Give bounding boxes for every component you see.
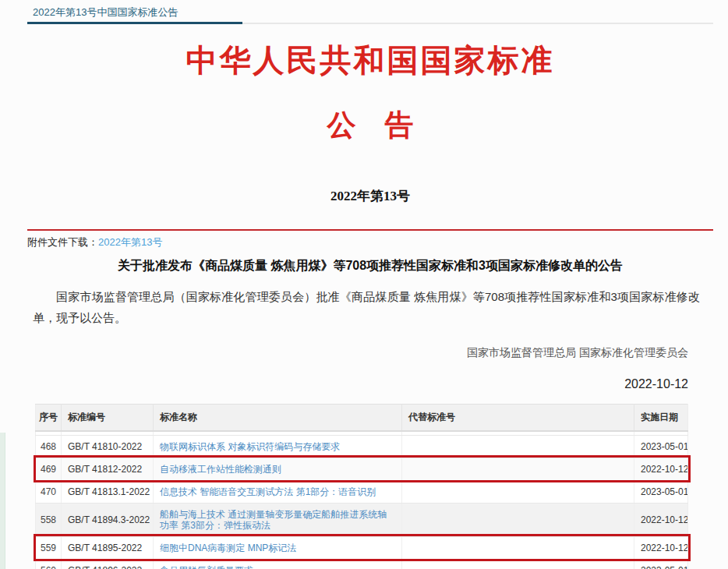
cell-seq: 559 <box>36 536 62 559</box>
cell-name: 细胞中DNA病毒测定 MNP标记法 <box>154 536 402 559</box>
cell-name: 自动移液工作站性能检测通则 <box>154 458 402 480</box>
cell-code: GB/T 41895-2022 <box>62 536 154 559</box>
standard-name-link[interactable]: 船舶与海上技术 通过测量轴变形量确定船舶推进系统轴功率 第3部分：弹性振动法 <box>160 509 387 531</box>
attachment-download-row: 附件文件下载：2022年第13号 <box>27 235 162 249</box>
issue-number: 2022年第13号 <box>27 187 713 205</box>
cell-replaces <box>402 435 634 458</box>
cell-code: GB/T 41894.3-2022 <box>62 503 154 536</box>
cell-code: GB/T 41810-2022 <box>62 435 154 458</box>
cell-seq: 558 <box>36 503 62 536</box>
header-seq: 序号 <box>36 405 62 432</box>
page: 2022年第13号中国国家标准公告 中华人民共和国国家标准 公 告 2022年第… <box>0 0 728 569</box>
cell-date: 2022-10-12 <box>634 503 688 536</box>
standard-name-link[interactable]: 细胞中DNA病毒测定 MNP标记法 <box>160 542 296 553</box>
cell-replaces <box>402 559 634 569</box>
cell-name: 食品用脱氧剂质量要求 <box>154 559 402 569</box>
header-date: 实施日期 <box>634 405 688 432</box>
header-replaces: 代替标准号 <box>402 405 634 432</box>
standard-name-link[interactable]: 信息技术 智能语音交互测试方法 第1部分：语音识别 <box>160 486 376 497</box>
cell-name: 信息技术 智能语音交互测试方法 第1部分：语音识别 <box>154 480 402 503</box>
tab-bar-divider <box>242 23 713 24</box>
cell-code: GB/T 41812-2022 <box>62 458 154 480</box>
cell-code: GB/T 41896-2022 <box>62 559 154 569</box>
standards-table: 序号 标准编号 标准名称 代替标准号 实施日期 468 GB/T 41810-2… <box>35 404 688 569</box>
tab-announcement[interactable]: 2022年第13号中国国家标准公告 <box>33 5 178 19</box>
attachment-label: 附件文件下载： <box>27 236 98 248</box>
table-row: 559 GB/T 41895-2022 细胞中DNA病毒测定 MNP标记法 20… <box>36 536 688 559</box>
header-name: 标准名称 <box>154 405 402 432</box>
cell-name: 船舶与海上技术 通过测量轴变形量确定船舶推进系统轴功率 第3部分：弹性振动法 <box>154 503 402 536</box>
table-row: 470 GB/T 41813.1-2022 信息技术 智能语音交互测试方法 第1… <box>36 480 688 503</box>
red-divider-line <box>27 229 713 231</box>
table-row: 469 GB/T 41812-2022 自动移液工作站性能检测通则 2022-1… <box>36 458 688 480</box>
table-row: 468 GB/T 41810-2022 物联网标识体系 对象标识符编码与存储要求… <box>36 435 688 458</box>
cell-date: 2023-05-01 <box>634 480 688 503</box>
standard-name-link[interactable]: 食品用脱氧剂质量要求 <box>160 565 253 569</box>
attachment-link[interactable]: 2022年第13号 <box>98 236 162 248</box>
cell-replaces <box>402 480 634 503</box>
document-title: 中华人民共和国国家标准 <box>27 39 713 82</box>
standard-name-link[interactable]: 物联网标识体系 对象标识符编码与存储要求 <box>160 441 340 452</box>
cell-date: 2023-05-01 <box>634 435 688 458</box>
left-edge-strip <box>0 433 5 569</box>
document-subtitle: 公 告 <box>27 106 713 145</box>
cell-code: GB/T 41813.1-2022 <box>62 480 154 503</box>
cell-name: 物联网标识体系 对象标识符编码与存储要求 <box>154 435 402 458</box>
cell-seq: 468 <box>36 435 62 458</box>
cell-seq: 560 <box>36 559 62 569</box>
issuing-authority: 国家市场监督管理总局 国家标准化管理委员会 <box>467 346 688 360</box>
cell-replaces <box>402 536 634 559</box>
announcement-body: 国家市场监督管理总局（国家标准化管理委员会）批准《商品煤质量 炼焦用煤》等708… <box>33 286 700 328</box>
cell-replaces <box>402 503 634 536</box>
cell-date: 2023-05-01 <box>634 559 688 569</box>
cell-date: 2022-10-12 <box>634 458 688 480</box>
table-row: 558 GB/T 41894.3-2022 船舶与海上技术 通过测量轴变形量确定… <box>36 503 688 536</box>
cell-seq: 470 <box>36 480 62 503</box>
cell-seq: 469 <box>36 458 62 480</box>
announcement-title: 关于批准发布《商品煤质量 炼焦用煤》等708项推荐性国家标准和3项国家标准修改单… <box>27 258 713 274</box>
active-tab-indicator <box>27 22 242 24</box>
table-row: 560 GB/T 41896-2022 食品用脱氧剂质量要求 2023-05-0… <box>36 559 688 569</box>
publication-date: 2022-10-12 <box>624 377 688 391</box>
header-code: 标准编号 <box>62 405 154 432</box>
cell-replaces <box>402 458 634 480</box>
standard-name-link[interactable]: 自动移液工作站性能检测通则 <box>160 464 281 475</box>
cell-date: 2022-10-12 <box>634 536 688 559</box>
table-header-row: 序号 标准编号 标准名称 代替标准号 实施日期 <box>36 405 688 432</box>
